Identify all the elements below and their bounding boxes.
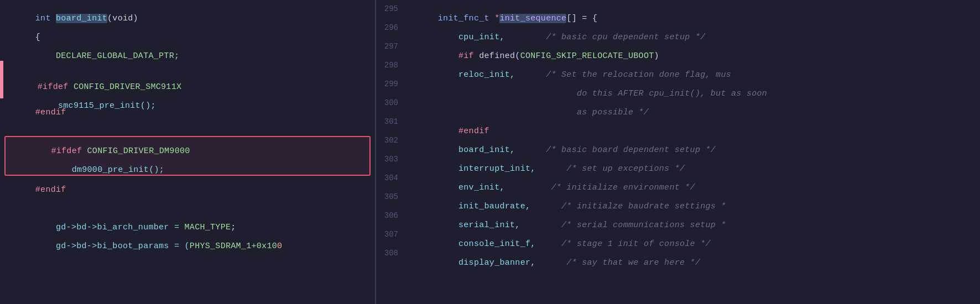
right-line-306: 306 serial_init, /* serial communication… [376,211,980,230]
right-line-305: 305 init_baudrate, /* initialze baudrate… [376,192,980,211]
gutter-mark-5 [0,80,3,98]
code-line-11 [0,195,375,213]
code-line-6: #endif [0,98,375,117]
right-line-298: 298 reloc_init, /* Set the relocation do… [376,61,980,80]
code-line-2: { [0,23,375,42]
code-line-7 [0,117,375,136]
code-line-10: #endif [0,176,375,195]
right-line-301: 301 #endif [376,117,980,136]
right-line-297: 297 #if defined(CONFIG_SKIP_RELOCATE_UBO… [376,42,980,61]
gutter-mark-4 [0,61,3,80]
code-line-3: DECLARE_GLOBAL_DATA_PTR; [0,42,375,61]
right-line-304: 304 env_init, /* initialize environment … [376,174,980,192]
right-line-295: 295 init_fnc_t *init_sequence[] = { [376,4,980,23]
right-line-303: 303 interrupt_init, /* set up exceptions… [376,155,980,174]
right-line-300: 300 as possible */ [376,98,980,117]
right-line-299: 299 do this AFTER cpu_init(), but as soo… [376,80,980,98]
right-line-302: 302 board_init, /* basic board dependent… [376,136,980,155]
code-line-9: dm9000_pre_init(); [6,156,369,175]
code-line-12: gd->bd->bi_arch_number = MACH_TYPE; [0,213,375,232]
red-box-block: #ifdef CONFIG_DRIVER_DM9000 dm9000_pre_i… [4,136,371,176]
code-line-1: int board_init(void) [0,4,375,23]
right-line-307: 307 console_init_f, /* stage 1 init of c… [376,230,980,249]
right-code-pane: 295 init_fnc_t *init_sequence[] = { 296 … [376,0,980,304]
code-line-4: #ifdef CONFIG_DRIVER_SMC911X [0,61,375,80]
code-line-5: smc9115_pre_init(); [0,80,375,98]
right-line-296: 296 cpu_init, /* basic cpu dependent set… [376,23,980,42]
code-line-8: #ifdef CONFIG_DRIVER_DM9000 [6,137,369,156]
code-line-13: gd->bd->bi_boot_params = (PHYS_SDRAM_1+0… [0,232,375,251]
left-code-pane: int board_init(void) { DECLARE_GLOBAL_DA… [0,0,376,304]
right-line-308: 308 display_banner, /* say that we are h… [376,249,980,268]
